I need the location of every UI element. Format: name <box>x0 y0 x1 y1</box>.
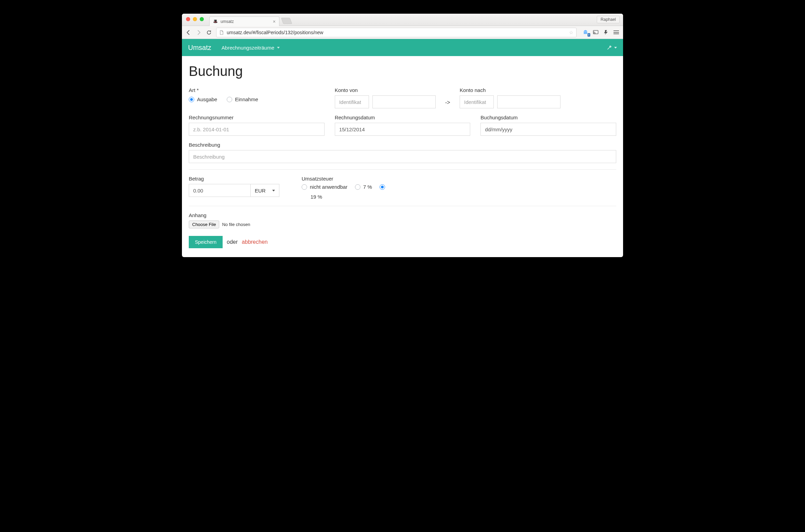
label-umsatzsteuer: Umsatzsteuer <box>302 176 616 182</box>
radio-ausgabe-label: Ausgabe <box>197 96 217 102</box>
cast-extension-icon[interactable] <box>592 29 599 36</box>
input-konto-nach-name[interactable] <box>497 95 560 108</box>
label-anhang: Anhang <box>189 212 616 218</box>
input-beschreibung[interactable] <box>189 150 616 163</box>
group-konten: Konto von -> Konto nach <box>335 87 616 108</box>
group-art: Art * Ausgabe Einnahme <box>189 87 325 108</box>
app-brand[interactable]: Umsatz <box>188 44 211 52</box>
window-maximize-button[interactable] <box>200 17 204 21</box>
radio-ausgabe[interactable] <box>189 97 194 102</box>
radio-item-einnahme[interactable]: Einnahme <box>227 96 258 102</box>
ghostery-badge: 0 <box>588 33 590 37</box>
separator <box>189 169 616 170</box>
svg-point-1 <box>586 31 586 32</box>
input-rechnungsnummer[interactable] <box>189 123 325 136</box>
radio-vat-7[interactable] <box>355 184 360 190</box>
ghostery-extension-icon[interactable]: 0 <box>582 29 589 36</box>
chevron-down-icon <box>614 47 617 49</box>
tab-title: umsatz <box>221 19 234 24</box>
page-icon <box>219 30 224 35</box>
tampermonkey-extension-icon[interactable] <box>603 29 609 36</box>
window-minimize-button[interactable] <box>193 17 197 21</box>
input-konto-nach-id[interactable] <box>460 95 494 108</box>
page-title: Buchung <box>189 64 616 79</box>
settings-dropdown[interactable] <box>607 45 617 50</box>
nav-periods-label: Abrechnungszeiträume <box>222 45 274 51</box>
label-buchungsdatum: Buchungsdatum <box>480 115 616 120</box>
input-betrag[interactable] <box>189 184 250 197</box>
choose-file-button[interactable]: Choose File <box>189 221 219 228</box>
label-konto-nach: Konto nach <box>460 87 560 93</box>
address-bar[interactable]: umsatz.dev/#/fiscalPeriods/132/positions… <box>216 28 577 37</box>
svg-point-0 <box>584 31 585 32</box>
browser-tabs: 🎩 umsatz × <box>209 14 291 26</box>
window-controls <box>186 17 204 21</box>
browser-menu-button[interactable] <box>613 29 620 36</box>
radio-item-ausgabe[interactable]: Ausgabe <box>189 96 217 102</box>
radio-einnahme-label: Einnahme <box>235 96 258 102</box>
browser-toolbar: umsatz.dev/#/fiscalPeriods/132/positions… <box>182 26 623 39</box>
browser-profile-button[interactable]: Raphael <box>597 16 620 23</box>
hamburger-icon <box>613 30 619 35</box>
url-text: umsatz.dev/#/fiscalPeriods/132/positions… <box>227 30 323 35</box>
separator <box>189 206 616 206</box>
wrench-icon <box>607 45 612 50</box>
radio-vat-19-label: 19 % <box>311 194 616 200</box>
select-currency[interactable]: EUR <box>250 184 279 197</box>
new-tab-button[interactable] <box>281 18 292 24</box>
currency-value: EUR <box>255 188 266 194</box>
nav-periods-dropdown[interactable]: Abrechnungszeiträume <box>222 45 280 51</box>
browser-back-button[interactable] <box>185 30 192 35</box>
or-text: oder <box>227 239 238 245</box>
input-rechnungsdatum[interactable] <box>335 123 471 136</box>
radio-vat-7-label: 7 % <box>363 184 372 190</box>
radio-item-vat-na[interactable]: nicht anwendbar <box>302 184 347 190</box>
chevron-down-icon <box>272 190 275 191</box>
bookmark-star-icon[interactable]: ☆ <box>569 30 573 35</box>
file-status: No file chosen <box>222 222 250 227</box>
arrow-between-icon: -> <box>439 99 457 108</box>
extensions-area: 0 <box>581 29 620 36</box>
browser-tab-active[interactable]: 🎩 umsatz × <box>209 16 279 26</box>
save-button[interactable]: Speichern <box>189 236 223 248</box>
label-betrag: Betrag <box>189 176 291 182</box>
input-konto-von-name[interactable] <box>372 95 436 108</box>
input-konto-von-id[interactable] <box>335 95 369 108</box>
input-buchungsdatum[interactable] <box>480 123 616 136</box>
radio-vat-na-label: nicht anwendbar <box>310 184 347 190</box>
window-close-button[interactable] <box>186 17 190 21</box>
page-content: Buchung Art * Ausgabe Einnahme <box>182 56 623 257</box>
tab-favicon-icon: 🎩 <box>213 19 218 24</box>
radio-item-vat-19[interactable] <box>380 184 385 190</box>
chevron-down-icon <box>277 47 280 49</box>
label-art: Art * <box>189 87 325 93</box>
label-rechnungsnummer: Rechnungsnummer <box>189 115 325 120</box>
radio-item-vat-7[interactable]: 7 % <box>355 184 372 190</box>
app-header: Umsatz Abrechnungszeiträume <box>182 39 623 56</box>
browser-forward-button[interactable] <box>196 30 202 35</box>
radio-vat-19[interactable] <box>380 184 385 190</box>
radio-einnahme[interactable] <box>227 97 232 102</box>
browser-reload-button[interactable] <box>206 30 212 35</box>
label-konto-von: Konto von <box>335 87 436 93</box>
titlebar: 🎩 umsatz × Raphael <box>182 14 623 26</box>
cancel-link[interactable]: abbrechen <box>242 239 268 245</box>
radio-vat-na[interactable] <box>302 184 307 190</box>
label-beschreibung: Beschreibung <box>189 142 616 148</box>
label-rechnungsdatum: Rechnungsdatum <box>335 115 471 120</box>
tab-close-icon[interactable]: × <box>273 19 276 24</box>
browser-window: 🎩 umsatz × Raphael umsatz.dev/#/fiscalPe… <box>182 14 623 257</box>
